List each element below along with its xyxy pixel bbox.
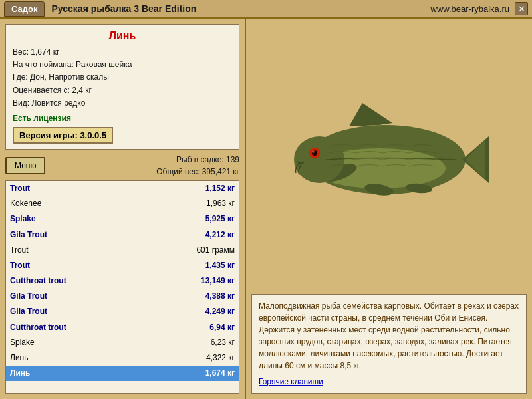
list-item[interactable]: Trout1,435 кг <box>6 258 239 273</box>
list-item[interactable]: Kokenee1,963 кг <box>6 196 239 211</box>
fish-description-box: Малоподвижная рыба семейства карповых. О… <box>251 294 527 394</box>
list-item[interactable]: Линь1,674 кг <box>6 366 239 381</box>
version-prefix: Версия игры: <box>19 130 78 140</box>
fish-where: Где: Дон, Напротив скалы <box>13 71 232 84</box>
app-url: www.bear-rybalka.ru <box>431 4 510 14</box>
fish-count: Рыб в садке: 139 <box>52 154 239 166</box>
fish-estimated: Оценивается с: 2,4 кг <box>13 84 232 97</box>
fish-item-name: Splake <box>10 213 205 225</box>
fish-item-weight: 4,212 кг <box>205 229 235 241</box>
fish-item-name: Trout <box>10 259 205 272</box>
version-number: 3.0.0.5 <box>80 130 106 140</box>
fish-item-name: Линь <box>10 367 205 380</box>
main-container: Линь Вес: 1,674 кг На что поймана: Раков… <box>0 19 532 399</box>
list-item[interactable]: Splake5,925 кг <box>6 211 239 227</box>
fish-item-weight: 4,249 кг <box>205 305 235 318</box>
version-box: Версия игры: 3.0.0.5 <box>13 127 113 144</box>
title-bar: Садок Русская рыбалка 3 Bear Edition www… <box>0 0 532 19</box>
fish-item-name: Cutthroat trout <box>10 275 201 287</box>
fish-license: Есть лицензия <box>13 114 232 123</box>
fish-item-weight: 4,388 кг <box>205 290 235 303</box>
close-button[interactable]: ✕ <box>515 2 528 15</box>
fish-item-name: Trout <box>10 244 196 257</box>
fish-item-weight: 1,435 кг <box>205 259 235 272</box>
list-item[interactable]: Gila Trout4,212 кг <box>6 227 239 243</box>
fish-item-name: Cutthroat trout <box>10 321 209 334</box>
fish-weight: Вес: 1,674 кг <box>13 46 232 59</box>
list-item[interactable]: Cutthroat trout6,94 кг <box>6 320 239 335</box>
right-panel: Малоподвижная рыба семейства карповых. О… <box>246 19 532 399</box>
list-item[interactable]: Cutthroat trout13,149 кг <box>6 273 239 289</box>
menu-button[interactable]: Меню <box>5 157 45 174</box>
fish-name: Линь <box>13 30 232 42</box>
sadok-tab[interactable]: Садок <box>4 1 45 17</box>
fish-item-weight: 6,23 кг <box>211 336 235 349</box>
list-item[interactable]: Trout601 грамм <box>6 243 239 258</box>
controls-row: Меню Рыб в садке: 139 Общий вес: 395,421… <box>5 154 239 178</box>
hotkeys-link-container: Горячие клавиши <box>259 376 519 388</box>
list-item[interactable]: Gila Trout4,388 кг <box>6 289 239 304</box>
fish-list[interactable]: Trout1,152 кгKokenee1,963 кгSplake5,925 … <box>6 181 239 393</box>
left-panel: Линь Вес: 1,674 кг На что поймана: Раков… <box>0 19 246 399</box>
list-item[interactable]: Линь4,322 кг <box>6 350 239 366</box>
fish-item-weight: 4,322 кг <box>206 352 235 364</box>
fish-item-name: Линь <box>10 352 206 364</box>
total-weight: Общий вес: 395,421 кг <box>52 166 239 178</box>
fish-image-area <box>251 24 527 289</box>
fish-item-name: Trout <box>10 182 205 195</box>
svg-marker-3 <box>466 140 485 180</box>
list-item[interactable]: Trout1,152 кг <box>6 181 239 196</box>
fish-description-text: Малоподвижная рыба семейства карповых. О… <box>259 300 519 372</box>
fish-list-container: Trout1,152 кгKokenee1,963 кгSplake5,925 … <box>5 180 239 394</box>
fish-item-weight: 1,152 кг <box>205 182 235 195</box>
fish-illustration <box>276 96 502 216</box>
fish-item-name: Gila Trout <box>10 290 205 303</box>
list-item[interactable]: Gila Trout4,249 кг <box>6 304 239 319</box>
fish-stats: Рыб в садке: 139 Общий вес: 395,421 кг <box>52 154 239 178</box>
fish-item-weight: 13,149 кг <box>201 275 235 287</box>
list-item[interactable]: Splake6,23 кг <box>6 335 239 350</box>
fish-item-name: Splake <box>10 336 211 349</box>
app-title: Русская рыбалка 3 Bear Edition <box>51 3 430 14</box>
fish-item-weight: 601 грамм <box>196 244 235 257</box>
fish-rarity: Вид: Ловится редко <box>13 97 232 110</box>
svg-marker-4 <box>349 103 392 126</box>
fish-item-weight: 1,963 кг <box>206 198 235 210</box>
fish-item-name: Gila Trout <box>10 229 205 241</box>
svg-point-8 <box>294 136 344 183</box>
svg-point-11 <box>312 150 315 153</box>
fish-item-name: Gila Trout <box>10 305 205 318</box>
fish-info-box: Линь Вес: 1,674 кг На что поймана: Раков… <box>5 24 239 150</box>
fish-item-weight: 6,94 кг <box>209 321 235 334</box>
fish-item-name: Kokenee <box>10 198 206 210</box>
fish-item-weight: 5,925 кг <box>205 213 235 225</box>
fish-caught-on: На что поймана: Раковая шейка <box>13 59 232 71</box>
fish-item-weight: 1,674 кг <box>205 367 235 380</box>
hotkeys-link[interactable]: Горячие клавиши <box>259 377 323 386</box>
